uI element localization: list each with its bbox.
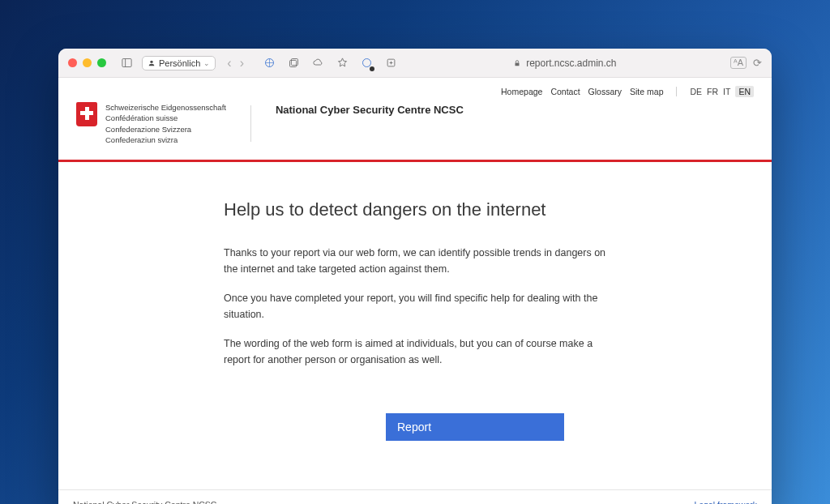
bookmark-star-icon[interactable] <box>333 54 351 72</box>
page-footer: National Cyber Security Centre NCSC Lega… <box>58 489 772 504</box>
forward-button[interactable]: › <box>237 56 247 70</box>
profile-selector[interactable]: Persönlich ⌄ <box>142 56 216 70</box>
nav-glossary[interactable]: Glossary <box>588 87 622 96</box>
address-bar[interactable]: report.ncsc.admin.ch <box>406 58 724 69</box>
svg-point-6 <box>362 59 370 67</box>
minimize-window-button[interactable] <box>83 58 92 67</box>
lang-en[interactable]: EN <box>735 86 754 97</box>
language-switcher: DE FR IT EN <box>690 86 754 97</box>
toolbar-icons <box>260 54 400 72</box>
svg-rect-5 <box>289 60 296 66</box>
shield-icon[interactable] <box>260 54 278 72</box>
intro-paragraph: Thanks to your report via our web form, … <box>224 245 606 277</box>
utility-nav: Homepage Contact Glossary Site map DE FR… <box>58 78 772 97</box>
svg-rect-0 <box>122 59 130 67</box>
window-controls <box>68 58 106 67</box>
right-toolbar: ᴬA ⟳ <box>730 57 762 69</box>
site-title: National Cyber Security Centre NCSC <box>276 102 464 116</box>
confederation-logo: Schweizerische Eidgenossenschaft Confédé… <box>76 102 226 145</box>
report-button[interactable]: Report <box>386 413 564 441</box>
tabs-icon[interactable] <box>285 54 302 72</box>
footer-org: National Cyber Security Centre NCSC <box>73 500 216 504</box>
divider <box>676 87 677 96</box>
browser-window: Persönlich ⌄ ‹ › <box>58 49 772 504</box>
url-text: report.ncsc.admin.ch <box>526 58 616 69</box>
header-divider <box>250 105 251 142</box>
confed-line: Confederaziun svizra <box>105 135 226 145</box>
nav-sitemap[interactable]: Site map <box>630 87 663 96</box>
confed-line: Confederazione Svizzera <box>105 124 226 135</box>
confed-line: Confédération suisse <box>105 113 226 123</box>
nav-homepage[interactable]: Homepage <box>501 87 542 96</box>
browser-chrome: Persönlich ⌄ ‹ › <box>58 49 772 78</box>
privacy-icon[interactable] <box>357 54 375 72</box>
lang-it[interactable]: IT <box>723 87 730 96</box>
confederation-text: Schweizerische Eidgenossenschaft Confédé… <box>105 102 226 145</box>
reader-icon[interactable]: ᴬA <box>730 57 747 69</box>
maximize-window-button[interactable] <box>97 58 106 67</box>
intro-paragraph: Once you have completed your report, you… <box>224 290 606 322</box>
utility-links: Homepage Contact Glossary Site map <box>501 87 663 96</box>
back-button[interactable]: ‹ <box>224 56 234 70</box>
site-header: Schweizerische Eidgenossenschaft Confédé… <box>58 97 772 160</box>
swiss-shield-icon <box>76 102 97 126</box>
page-content: Homepage Contact Glossary Site map DE FR… <box>58 78 772 504</box>
new-tab-icon[interactable] <box>382 54 400 72</box>
reload-icon[interactable]: ⟳ <box>753 57 762 69</box>
confed-line: Schweizerische Eidgenossenschaft <box>105 102 226 113</box>
profile-label: Persönlich <box>159 58 200 68</box>
sidebar-toggle-icon[interactable] <box>118 54 135 72</box>
footer-legal-link[interactable]: Legal framework <box>694 500 757 504</box>
nav-contact[interactable]: Contact <box>550 87 580 96</box>
svg-point-2 <box>150 60 152 62</box>
close-window-button[interactable] <box>68 58 77 67</box>
lang-fr[interactable]: FR <box>707 87 718 96</box>
chevron-down-icon: ⌄ <box>203 59 210 67</box>
main-content: Help us to detect dangers on the interne… <box>204 162 626 489</box>
cloud-icon[interactable] <box>309 54 327 72</box>
svg-rect-10 <box>516 62 520 66</box>
lock-icon <box>513 59 521 67</box>
nav-arrows: ‹ › <box>224 56 247 70</box>
page-heading: Help us to detect dangers on the interne… <box>224 199 606 220</box>
svg-rect-4 <box>291 59 297 66</box>
intro-paragraph: The wording of the web form is aimed at … <box>224 335 606 368</box>
lang-de[interactable]: DE <box>690 87 702 96</box>
